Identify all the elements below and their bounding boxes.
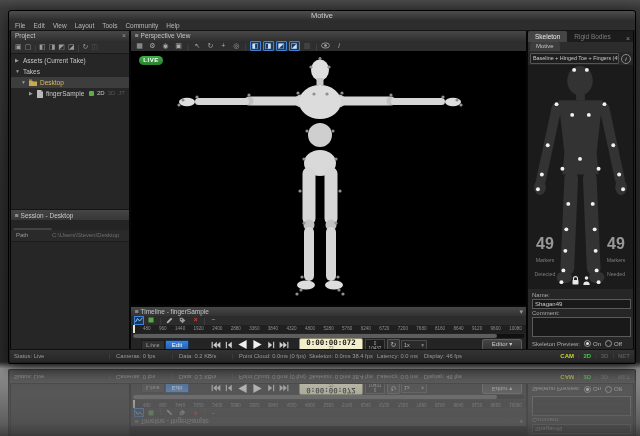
- preview-off-radio[interactable]: Off: [605, 340, 622, 347]
- timeline-controls: Live Edit 0:00:00:072 72 0 10437: [131, 338, 526, 349]
- ruler-tick: 8160: [435, 325, 445, 333]
- select-arrow-icon[interactable]: ↖: [192, 41, 203, 51]
- menu-community[interactable]: Community: [125, 22, 158, 29]
- menu-layout[interactable]: Layout: [75, 22, 95, 29]
- export-icon[interactable]: ◫: [91, 43, 98, 51]
- tree-item-assets[interactable]: ▶ Assets (Current Take): [11, 55, 129, 66]
- refresh-session-icon[interactable]: ◪: [68, 43, 75, 51]
- project-tree: ▶ Assets (Current Take) ▼ Takes ▼ Deskto…: [11, 55, 129, 99]
- keyframe-icon[interactable]: [147, 316, 157, 325]
- perspective-view-panel: ≡ Perspective View ▦ ⚙ ◉ ▣ | ↖ ↻ + ◎ | ◧…: [131, 31, 526, 305]
- close-icon[interactable]: ×: [122, 31, 126, 41]
- folder-icon: [29, 79, 37, 86]
- take-name-label: fingerSample: [46, 88, 84, 99]
- template-value: Baseline + Hinged Toe + Fingers (49): [533, 54, 619, 63]
- tab-rigid-bodies[interactable]: Rigid Bodies: [567, 31, 618, 42]
- skeleton-template-dropdown[interactable]: Baseline + Hinged Toe + Fingers (49) ▾: [530, 53, 619, 64]
- preview-on-radio[interactable]: On: [584, 340, 601, 347]
- take-file-icon: [37, 90, 43, 98]
- ruler-tick: 7680: [416, 325, 426, 333]
- orbit-icon[interactable]: ↻: [205, 41, 216, 51]
- preview-off-label: Off: [614, 341, 622, 347]
- tree-item-takes[interactable]: ▼ Takes: [11, 66, 129, 77]
- viewport-3d-canvas[interactable]: LIVE: [131, 51, 526, 305]
- timeline-title: Timeline - fingerSample: [141, 308, 209, 315]
- skeleton-panel-tabs: Skeleton Rigid Bodies ×: [528, 31, 633, 42]
- take-badges: 2D 3D JT: [89, 88, 129, 99]
- status-data: Data: 0.2 KB/s: [179, 350, 216, 362]
- expander-icon[interactable]: ▶: [15, 55, 20, 66]
- tree-item-session-desktop[interactable]: ▼ Desktop: [11, 77, 129, 88]
- info-icon[interactable]: i: [621, 54, 631, 64]
- import-icon[interactable]: ↻: [82, 43, 88, 51]
- menu-edit[interactable]: Edit: [33, 22, 44, 29]
- timeline-ruler[interactable]: 480 960 1440 1920 2400 2880 3360 3840 43…: [131, 325, 526, 333]
- toggle-markers-icon[interactable]: ◧: [250, 41, 261, 51]
- indicator-2d: 2D: [584, 353, 592, 359]
- person-icon: [582, 276, 590, 285]
- expander-icon[interactable]: ▼: [15, 66, 20, 77]
- property-row-path[interactable]: Path C:\Users\Steven\Desktop: [11, 230, 129, 242]
- menu-view[interactable]: View: [53, 22, 67, 29]
- comment-input[interactable]: [532, 317, 631, 337]
- preview-label: Skeleton Preview:: [532, 341, 580, 347]
- toggle-cameras-icon[interactable]: ◨: [263, 41, 274, 51]
- assets-label: Assets (Current Take): [23, 55, 86, 66]
- tree-item-take-fingersample[interactable]: ▶ fingerSample 2D 3D JT: [11, 88, 129, 99]
- skeleton-preview-area[interactable]: 49 Markers Detected 49 Markers Needed: [528, 65, 633, 289]
- new-session-icon[interactable]: ◧: [39, 43, 46, 51]
- tag-icon[interactable]: [178, 316, 188, 325]
- expander-icon[interactable]: ▶: [29, 88, 34, 99]
- open-session-icon[interactable]: ◨: [49, 43, 56, 51]
- grid-icon[interactable]: ▦: [134, 41, 145, 51]
- menu-help[interactable]: Help: [166, 22, 179, 29]
- toggle-extra-icon[interactable]: ▥: [302, 41, 313, 51]
- ruler-tick: 7200: [398, 325, 408, 333]
- step-back-button[interactable]: [225, 341, 233, 349]
- title-bar[interactable]: Motive: [9, 11, 635, 21]
- take-video-icon: [89, 91, 94, 96]
- indicator-cam: CAM: [560, 353, 574, 359]
- pencil-icon[interactable]: [165, 316, 175, 325]
- status-live: Status: Live: [14, 350, 44, 362]
- main-area: Project × ▣ ▢ | ◧ ◨ ◩ ◪ | ↻ ◫ ▶ Assets (…: [10, 31, 634, 349]
- new-take-icon[interactable]: ▣: [15, 43, 22, 51]
- mannequin-3d-figure: [131, 51, 526, 305]
- toggle-skeleton-icon[interactable]: ◩: [276, 41, 287, 51]
- tab-skeleton[interactable]: Skeleton: [528, 31, 567, 42]
- menu-file[interactable]: File: [15, 22, 25, 29]
- wave-icon[interactable]: ~: [208, 316, 218, 325]
- skip-to-end-button[interactable]: [279, 341, 289, 349]
- step-forward-button[interactable]: [267, 341, 275, 349]
- close-icon[interactable]: ×: [626, 35, 633, 42]
- toolbar-divider: |: [34, 44, 36, 51]
- remove-session-icon[interactable]: ◩: [58, 43, 65, 51]
- skip-to-start-button[interactable]: [211, 341, 221, 349]
- panel-menu-icon[interactable]: ≡: [135, 308, 139, 315]
- pan-icon[interactable]: +: [218, 41, 229, 51]
- tab-motive[interactable]: Motive: [530, 42, 560, 51]
- gear-icon[interactable]: ⚙: [147, 41, 158, 51]
- panel-menu-icon[interactable]: ≡: [135, 32, 139, 39]
- skeleton-name-input[interactable]: [532, 299, 631, 309]
- menu-tools[interactable]: Tools: [102, 22, 117, 29]
- playhead-marker[interactable]: [133, 325, 135, 333]
- ruler-tick: 9120: [472, 325, 482, 333]
- zoom-icon[interactable]: ◎: [231, 41, 242, 51]
- visibility-eye-icon[interactable]: [320, 41, 331, 51]
- capture-icon[interactable]: ▣: [173, 41, 184, 51]
- markers-detected-value: 49: [536, 235, 554, 252]
- toggle-follow-icon[interactable]: ◪: [289, 41, 300, 51]
- graph-view-icon[interactable]: [134, 316, 144, 325]
- expander-icon[interactable]: ▼: [21, 77, 26, 88]
- info-icon[interactable]: i: [333, 41, 344, 51]
- name-label: Name:: [532, 292, 629, 298]
- camera-icon[interactable]: ◉: [160, 41, 171, 51]
- delete-x-icon[interactable]: ×: [191, 316, 201, 325]
- ruler-tick: 5280: [324, 325, 334, 333]
- badge-3d: 3D: [108, 88, 116, 99]
- badge-jt: JT: [118, 88, 125, 99]
- badge-2d: 2D: [97, 88, 105, 99]
- ruler-tick: 960: [159, 325, 167, 333]
- save-take-icon[interactable]: ▢: [25, 43, 32, 51]
